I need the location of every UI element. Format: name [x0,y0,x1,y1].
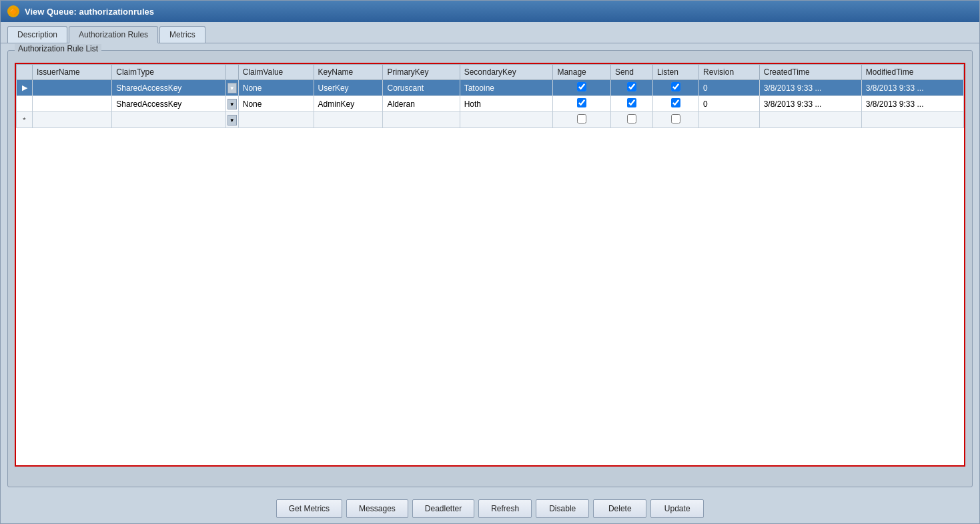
listen-checkbox[interactable] [671,98,680,107]
new-cell-created-time [759,112,861,128]
dropdown-arrow-icon[interactable]: ▼ [227,99,237,109]
tab-metrics[interactable]: Metrics [159,26,205,43]
cell-claim-value[interactable]: None [238,80,314,96]
cell-issuer-name[interactable] [33,96,112,112]
new-send-checkbox[interactable] [627,114,636,123]
cell-send[interactable] [610,80,652,96]
cell-key-name[interactable]: AdminKey [314,96,383,112]
new-cell-claim-value[interactable] [238,112,314,128]
new-cell-claim-type[interactable] [112,112,226,128]
manage-checkbox[interactable] [577,98,586,107]
new-cell-secondary-key[interactable] [460,112,553,128]
cell-created-time: 3/8/2013 9:33 ... [759,80,861,96]
main-window: 🔶 View Queue: authorizationrules Descrip… [0,0,980,524]
window-icon: 🔶 [7,5,19,17]
cell-listen[interactable] [652,80,698,96]
send-checkbox[interactable] [627,82,636,91]
new-cell-revision [699,112,760,128]
col-claim-type: ClaimType [112,65,226,80]
group-box: Authorization Rule List IssuerName Claim… [7,50,973,487]
new-cell-claim-type-dropdown[interactable]: ▼ [225,112,238,128]
table-row[interactable]: ▶ SharedAccessKey ▼ None UserKey Corusca… [17,80,964,96]
cell-created-time: 3/8/2013 9:33 ... [759,96,861,112]
col-claim-value: ClaimValue [238,65,314,80]
new-cell-manage[interactable] [553,112,611,128]
new-cell-issuer-name[interactable] [33,112,112,128]
refresh-button[interactable]: Refresh [478,499,532,518]
cell-claim-type-dropdown[interactable]: ▼ [225,80,238,96]
update-button[interactable]: Update [650,499,704,518]
col-secondary-key: SecondaryKey [460,65,553,80]
authorization-rules-table: IssuerName ClaimType ClaimValue KeyName … [16,64,964,128]
table-header-row: IssuerName ClaimType ClaimValue KeyName … [17,65,964,80]
col-listen: Listen [652,65,698,80]
new-listen-checkbox[interactable] [671,114,680,123]
cell-primary-key[interactable]: Coruscant [383,80,460,96]
col-revision: Revision [699,65,760,80]
cell-revision: 0 [699,80,760,96]
window-title: View Queue: authorizationrules [25,7,154,17]
get-metrics-button[interactable]: Get Metrics [276,499,342,518]
new-row-indicator: * [17,112,33,128]
col-indicator [17,65,33,80]
cell-manage[interactable] [553,80,611,96]
send-checkbox[interactable] [627,98,636,107]
tab-authorization-rules[interactable]: Authorization Rules [69,26,158,43]
col-manage: Manage [553,65,611,80]
messages-button[interactable]: Messages [346,499,408,518]
new-manage-checkbox[interactable] [577,114,586,123]
tab-description[interactable]: Description [7,26,67,43]
group-box-inner: IssuerName ClaimType ClaimValue KeyName … [8,51,972,487]
cell-modified-time: 3/8/2013 9:33 ... [861,80,963,96]
deadletter-button[interactable]: Deadletter [412,499,474,518]
col-modified-time: ModifiedTime [861,65,963,80]
cell-secondary-key[interactable]: Hoth [460,96,553,112]
group-box-title: Authorization Rule List [15,44,101,53]
manage-checkbox[interactable] [577,82,586,91]
new-cell-primary-key[interactable] [383,112,460,128]
new-cell-modified-time [861,112,963,128]
cell-modified-time: 3/8/2013 9:33 ... [861,96,963,112]
cell-manage[interactable] [553,96,611,112]
cell-claim-type-dropdown[interactable]: ▼ [225,96,238,112]
col-key-name: KeyName [314,65,383,80]
table-row[interactable]: SharedAccessKey ▼ None AdminKey Alderan … [17,96,964,112]
cell-issuer-name[interactable] [33,80,112,96]
authorization-rules-table-container[interactable]: IssuerName ClaimType ClaimValue KeyName … [15,63,965,467]
cell-send[interactable] [610,96,652,112]
cell-claim-type[interactable]: SharedAccessKey [112,80,226,96]
cell-primary-key[interactable]: Alderan [383,96,460,112]
col-primary-key: PrimaryKey [383,65,460,80]
tab-bar: Description Authorization Rules Metrics [1,22,979,43]
new-cell-key-name[interactable] [314,112,383,128]
cell-revision: 0 [699,96,760,112]
content-area: Authorization Rule List IssuerName Claim… [1,43,979,494]
cell-listen[interactable] [652,96,698,112]
dropdown-arrow-icon[interactable]: ▼ [227,115,237,125]
col-send: Send [610,65,652,80]
cell-claim-value[interactable]: None [238,96,314,112]
title-bar: 🔶 View Queue: authorizationrules [1,1,979,22]
cell-claim-type[interactable]: SharedAccessKey [112,96,226,112]
col-issuer-name: IssuerName [33,65,112,80]
listen-checkbox[interactable] [671,82,680,91]
row-indicator [17,96,33,112]
dropdown-arrow-icon[interactable]: ▼ [227,83,237,93]
col-created-time: CreatedTime [759,65,861,80]
cell-key-name[interactable]: UserKey [314,80,383,96]
col-claim-type-dropdown [225,65,238,80]
delete-button[interactable]: Delete [593,499,646,518]
cell-secondary-key[interactable]: Tatooine [460,80,553,96]
disable-button[interactable]: Disable [536,499,589,518]
new-table-row[interactable]: * ▼ [17,112,964,128]
new-cell-listen[interactable] [652,112,698,128]
new-cell-send[interactable] [610,112,652,128]
footer: Get Metrics Messages Deadletter Refresh … [1,494,979,523]
row-indicator: ▶ [17,80,33,96]
